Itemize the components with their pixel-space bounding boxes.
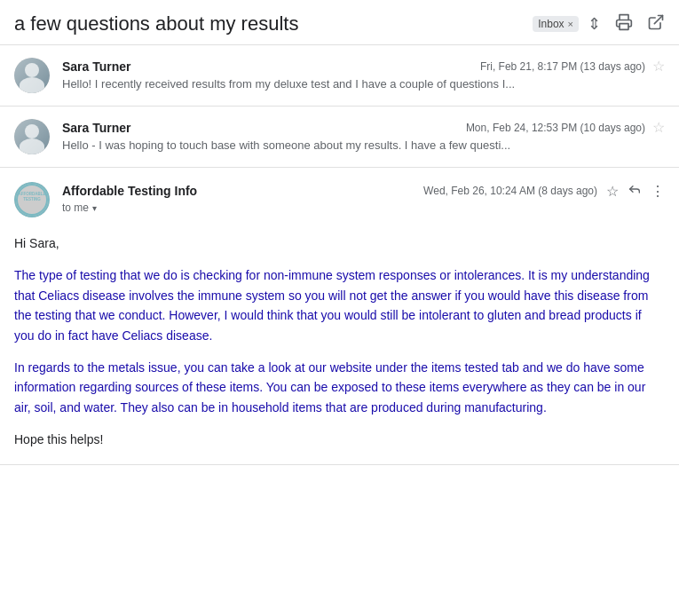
email-content: Sara Turner Fri, Feb 21, 8:17 PM (13 day… [62,58,665,91]
expanded-header: AFFORDABLE TESTING Affordable Testing In… [14,182,665,217]
star-icon[interactable]: ☆ [606,183,619,200]
expanded-date-actions: Wed, Feb 26, 10:24 AM (8 days ago) ☆ ⋮ [423,182,665,200]
email-date-row: Mon, Feb 24, 12:53 PM (10 days ago) ☆ [466,119,665,136]
expanded-sender-name: Affordable Testing Info [62,184,197,198]
sender-name: Sara Turner [62,59,131,74]
email-item[interactable]: Sara Turner Mon, Feb 24, 12:53 PM (10 da… [0,107,679,168]
star-icon[interactable]: ☆ [652,58,665,75]
email-paragraph-3: Hope this helps! [14,430,665,449]
svg-text:TESTING: TESTING [23,197,41,201]
avatar [14,58,50,93]
email-thread: Sara Turner Fri, Feb 21, 8:17 PM (13 day… [0,45,679,465]
chevron-down-icon[interactable]: ▾ [92,203,97,213]
avatar [14,119,50,154]
avatar-image [14,58,50,93]
body-blue-text-2: In regards to the metals issue, you can … [14,360,645,415]
inbox-badge[interactable]: Inbox × [533,16,579,32]
email-header: a few questions about my results Inbox ×… [0,0,679,45]
to-me-row: to me ▾ [62,201,665,214]
open-external-icon[interactable] [647,13,665,36]
to-me-label: to me [62,201,89,214]
reply-icon[interactable] [628,182,642,200]
expanded-meta: Affordable Testing Info Wed, Feb 26, 10:… [62,182,665,214]
svg-text:AFFORDABLE: AFFORDABLE [19,192,46,196]
badge-close-icon[interactable]: × [568,19,573,29]
expanded-email: AFFORDABLE TESTING Affordable Testing In… [0,168,679,465]
email-paragraph-2: In regards to the metals issue, you can … [14,358,665,417]
avatar-image [14,119,50,154]
avatar: AFFORDABLE TESTING [14,182,50,217]
email-item[interactable]: Sara Turner Fri, Feb 21, 8:17 PM (13 day… [0,45,679,107]
body-blue-text-1: The type of testing that we do is checki… [14,268,650,342]
svg-line-1 [654,15,662,23]
sender-name: Sara Turner [62,121,131,135]
logo-avatar: AFFORDABLE TESTING [14,182,50,217]
email-snippet: Hello - I was hoping to touch base with … [62,138,665,152]
star-icon[interactable]: ☆ [652,119,665,136]
email-greeting: Hi Sara, [14,233,665,253]
subject-title: a few questions about my results [14,12,524,36]
svg-rect-0 [620,23,628,29]
inbox-label: Inbox [538,18,564,30]
print-icon[interactable] [615,13,633,36]
expanded-sender-row: Affordable Testing Info Wed, Feb 26, 10:… [62,182,665,200]
navigate-updown-icon[interactable]: ⇕ [588,14,601,34]
email-snippet: Hello! I recently received results from … [62,77,665,91]
email-date-row: Fri, Feb 21, 8:17 PM (13 days ago) ☆ [480,58,665,75]
email-content: Sara Turner Mon, Feb 24, 12:53 PM (10 da… [62,119,665,152]
email-meta: Sara Turner Fri, Feb 21, 8:17 PM (13 day… [62,58,665,75]
email-paragraph-1: The type of testing that we do is checki… [14,265,665,345]
more-options-icon[interactable]: ⋮ [651,183,665,200]
snippet-text: Hello - I was hoping to touch base with … [62,138,510,152]
expanded-date-text: Wed, Feb 26, 10:24 AM (8 days ago) [423,185,597,197]
snippet-text: Hello! I recently received results from … [62,77,515,91]
header-actions: ⇕ [588,13,665,36]
email-date-text: Fri, Feb 21, 8:17 PM (13 days ago) [480,60,645,73]
email-date-text: Mon, Feb 24, 12:53 PM (10 days ago) [466,122,645,134]
email-body: Hi Sara, The type of testing that we do … [14,233,665,450]
email-meta: Sara Turner Mon, Feb 24, 12:53 PM (10 da… [62,119,665,136]
